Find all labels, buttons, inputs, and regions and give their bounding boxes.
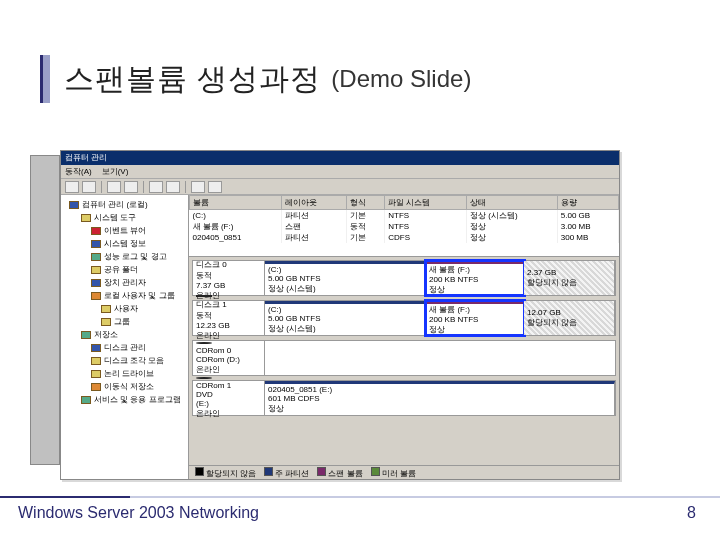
disk-row[interactable]: CDRom 0CDRom (D:)온라인 xyxy=(192,340,616,376)
mmc-window: 컴퓨터 관리 동작(A)보기(V) 컴퓨터 관리 (로컬)시스템 도구이벤트 뷰… xyxy=(60,150,620,480)
left-rail xyxy=(30,155,60,465)
tree-item[interactable]: 시스템 정보 xyxy=(63,237,186,250)
toolbar-up-icon[interactable] xyxy=(107,181,121,193)
partition[interactable]: 020405_0851 (E:)601 MB CDFS정상 xyxy=(265,381,615,415)
disk-icon xyxy=(196,295,212,297)
swatch-icon xyxy=(317,467,326,476)
cell: 기본 xyxy=(347,232,385,243)
disk-name: CDRom 1 xyxy=(196,381,261,390)
swatch-icon xyxy=(371,467,380,476)
toolbar-action-icon[interactable] xyxy=(191,181,205,193)
menu-item[interactable]: 보기(V) xyxy=(102,166,129,177)
window-title: 컴퓨터 관리 xyxy=(65,153,107,162)
tree-label: 이벤트 뷰어 xyxy=(104,225,146,236)
part-line: 200 KB NTFS xyxy=(429,315,520,324)
tree-item[interactable]: 장치 관리자 xyxy=(63,276,186,289)
legend-item: 할당되지 않음 xyxy=(195,467,256,479)
tree-label: 공유 폴더 xyxy=(104,264,138,275)
sep-icon xyxy=(185,181,186,193)
partition[interactable]: (C:)5.00 GB NTFS정상 (시스템) xyxy=(265,301,426,335)
toolbar-back-icon[interactable] xyxy=(65,181,79,193)
tree-item[interactable]: 디스크 관리 xyxy=(63,341,186,354)
part-line: 020405_0851 (E:) xyxy=(268,385,611,394)
tree-item[interactable]: 성능 로그 및 경고 xyxy=(63,250,186,263)
partitions: (C:)5.00 GB NTFS정상 (시스템)새 볼륨 (F:)200 KB … xyxy=(265,301,615,335)
tree-icon xyxy=(91,344,101,352)
toolbar-help-icon[interactable] xyxy=(166,181,180,193)
partition[interactable]: 2.37 GB할당되지 않음 xyxy=(524,261,615,295)
column-header[interactable]: 레이아웃 xyxy=(282,196,347,210)
tree-item[interactable]: 디스크 조각 모음 xyxy=(63,354,186,367)
disk-label: 디스크 1동적12.23 GB온라인 xyxy=(193,301,265,335)
tree-item[interactable]: 서비스 및 응용 프로그램 xyxy=(63,393,186,406)
partitions xyxy=(265,341,615,375)
column-header[interactable]: 형식 xyxy=(347,196,385,210)
partition[interactable]: 12.07 GB할당되지 않음 xyxy=(524,301,615,335)
window-titlebar[interactable]: 컴퓨터 관리 xyxy=(61,151,619,165)
cell: 파티션 xyxy=(282,210,347,222)
tree-item[interactable]: 시스템 도구 xyxy=(63,211,186,224)
partition[interactable]: 새 볼륨 (F:)200 KB NTFS정상 xyxy=(426,301,524,335)
table-row[interactable]: (C:)파티션기본NTFS정상 (시스템)5.00 GB xyxy=(190,210,619,222)
part-line: 할당되지 않음 xyxy=(527,317,611,328)
disk-row[interactable]: 디스크 1동적12.23 GB온라인(C:)5.00 GB NTFS정상 (시스… xyxy=(192,300,616,336)
column-header[interactable]: 용량 xyxy=(557,196,618,210)
toolbar-fwd-icon[interactable] xyxy=(82,181,96,193)
volume-list[interactable]: 볼륨레이아웃형식파일 시스템상태용량(C:)파티션기본NTFS정상 (시스템)5… xyxy=(189,195,619,257)
partition[interactable]: 새 볼륨 (F:)200 KB NTFS정상 xyxy=(426,261,524,295)
tree-icon xyxy=(69,201,79,209)
disk-kind: 동적 xyxy=(196,310,261,321)
tree-item[interactable]: 그룹 xyxy=(63,315,186,328)
disk-state: 온라인 xyxy=(196,364,261,375)
tree-item[interactable]: 컴퓨터 관리 (로컬) xyxy=(63,198,186,211)
toolbar-props-icon[interactable] xyxy=(124,181,138,193)
menu-item[interactable]: 동작(A) xyxy=(65,166,92,177)
part-line: 5.00 GB NTFS xyxy=(268,314,422,323)
tree-item[interactable]: 로컬 사용자 및 그룹 xyxy=(63,289,186,302)
partitions: 020405_0851 (E:)601 MB CDFS정상 xyxy=(265,381,615,415)
cell: 기본 xyxy=(347,210,385,222)
tree-label: 로컬 사용자 및 그룹 xyxy=(104,290,175,301)
tree-item[interactable]: 공유 폴더 xyxy=(63,263,186,276)
tree-item[interactable]: 저장소 xyxy=(63,328,186,341)
slide: 스팬볼륨 생성과정 (Demo Slide) × 컴퓨터 관리 동작(A)보기(… xyxy=(0,0,720,540)
tree-label: 장치 관리자 xyxy=(104,277,146,288)
tree-item[interactable]: 이벤트 뷰어 xyxy=(63,224,186,237)
tree-icon xyxy=(91,253,101,261)
disk-map[interactable]: 디스크 0동적7.37 GB온라인(C:)5.00 GB NTFS정상 (시스템… xyxy=(189,257,619,465)
nav-tree[interactable]: 컴퓨터 관리 (로컬)시스템 도구이벤트 뷰어시스템 정보성능 로그 및 경고공… xyxy=(61,195,189,479)
disk-kind: DVD xyxy=(196,390,261,399)
tree-label: 서비스 및 응용 프로그램 xyxy=(94,394,181,405)
part-line: 정상 (시스템) xyxy=(268,283,422,294)
cell: 300 MB xyxy=(557,232,618,243)
tree-item[interactable]: 사용자 xyxy=(63,302,186,315)
tree-icon xyxy=(91,240,101,248)
toolbar-view-icon[interactable] xyxy=(208,181,222,193)
table-row[interactable]: 새 볼륨 (F:)스팬동적NTFS정상3.00 MB xyxy=(190,221,619,232)
cell: 파티션 xyxy=(282,232,347,243)
cdrom-icon xyxy=(196,342,212,344)
part-line: (C:) xyxy=(268,265,422,274)
table-row[interactable]: 020405_0851파티션기본CDFS정상300 MB xyxy=(190,232,619,243)
disk-row[interactable]: CDRom 1DVD(E:)온라인020405_0851 (E:)601 MB … xyxy=(192,380,616,416)
column-header[interactable]: 파일 시스템 xyxy=(385,196,467,210)
column-header[interactable]: 볼륨 xyxy=(190,196,282,210)
tree-label: 시스템 도구 xyxy=(94,212,136,223)
menubar[interactable]: 동작(A)보기(V) xyxy=(61,165,619,179)
tree-icon xyxy=(81,331,91,339)
tree-icon xyxy=(91,227,101,235)
part-line: 새 볼륨 (F:) xyxy=(429,264,520,275)
legend-item: 스팬 볼륨 xyxy=(317,467,362,479)
tree-label: 디스크 관리 xyxy=(104,342,146,353)
toolbar-refresh-icon[interactable] xyxy=(149,181,163,193)
tree-icon xyxy=(91,370,101,378)
disk-label: CDRom 1DVD(E:)온라인 xyxy=(193,381,265,415)
column-header[interactable]: 상태 xyxy=(467,196,558,210)
disk-label: CDRom 0CDRom (D:)온라인 xyxy=(193,341,265,375)
tree-item[interactable]: 논리 드라이브 xyxy=(63,367,186,380)
disk-row[interactable]: 디스크 0동적7.37 GB온라인(C:)5.00 GB NTFS정상 (시스템… xyxy=(192,260,616,296)
disk-name: 디스크 1 xyxy=(196,299,261,310)
tree-item[interactable]: 이동식 저장소 xyxy=(63,380,186,393)
part-line: 5.00 GB NTFS xyxy=(268,274,422,283)
partition[interactable]: (C:)5.00 GB NTFS정상 (시스템) xyxy=(265,261,426,295)
